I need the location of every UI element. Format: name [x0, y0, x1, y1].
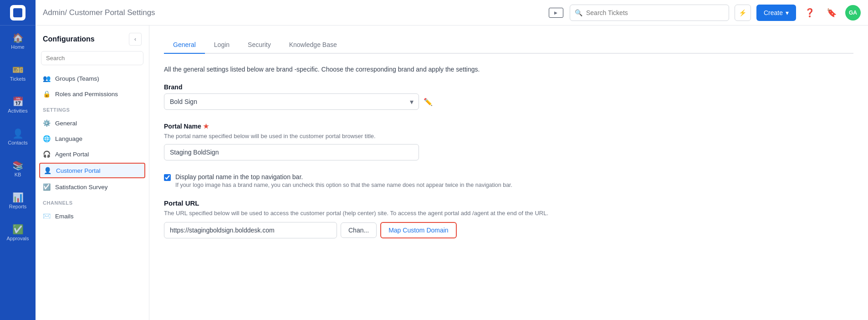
- config-sidebar: Configurations ‹ 👥 Groups (Teams) 🔒 Role…: [36, 26, 149, 320]
- display-portal-name-row: Display portal name in the top navigatio…: [164, 173, 853, 188]
- emails-icon: ✉️: [43, 212, 51, 220]
- sidebar-search-input[interactable]: [41, 51, 143, 65]
- search-input[interactable]: [586, 9, 724, 16]
- help-icon: ❓: [805, 8, 815, 18]
- collapse-sidebar-button[interactable]: ‹: [129, 33, 142, 46]
- portal-url-input[interactable]: [164, 222, 337, 238]
- nav-kb-label: KB: [15, 172, 21, 177]
- tickets-icon: 🎫: [12, 65, 24, 74]
- portal-url-section: Portal URL The URL specified below will …: [164, 199, 853, 238]
- nav-tickets[interactable]: 🎫 Tickets: [0, 57, 36, 89]
- portal-url-label: Portal URL: [164, 199, 853, 207]
- change-url-button[interactable]: Chan...: [341, 222, 377, 238]
- general-info-text: All the general settings listed below ar…: [164, 65, 853, 74]
- sidebar-item-general-label: General: [55, 120, 77, 127]
- agent-portal-icon: 🎧: [43, 150, 51, 158]
- video-icon: ▶: [549, 8, 563, 18]
- portal-name-section: Portal Name ★ The portal name specified …: [164, 123, 853, 160]
- breadcrumb-current: Customer Portal Settings: [67, 8, 155, 17]
- portal-name-desc: The portal name specified below will be …: [164, 133, 853, 139]
- sidebar-item-agent-portal-label: Agent Portal: [55, 151, 89, 158]
- brand-edit-button[interactable]: ✏️: [424, 98, 433, 106]
- breadcrumb-prefix: Admin/: [43, 8, 67, 17]
- nav-reports[interactable]: 📊 Reports: [0, 185, 36, 217]
- portal-name-input[interactable]: [164, 144, 419, 160]
- help-button[interactable]: ❓: [802, 5, 818, 21]
- nav-activities-label: Activities: [8, 108, 27, 114]
- general-icon: ⚙️: [43, 119, 51, 127]
- nav-contacts-label: Contacts: [8, 140, 27, 145]
- nav-kb[interactable]: 📚 KB: [0, 153, 36, 185]
- brand-select[interactable]: Bold Sign: [164, 93, 419, 110]
- settings-section-label: SETTINGS: [36, 102, 149, 115]
- url-row: Chan... Map Custom Domain: [164, 222, 853, 238]
- sidebar-item-general[interactable]: ⚙️ General: [36, 115, 149, 131]
- home-icon: 🏠: [12, 33, 24, 42]
- sidebar-item-groups-label: Groups (Teams): [55, 75, 99, 82]
- nav-activities[interactable]: 📅 Activities: [0, 89, 36, 121]
- reports-icon: 📊: [12, 193, 24, 202]
- topbar: Admin/ Customer Portal Settings ▶ 🔍 ⚡ Cr…: [36, 0, 868, 26]
- config-header: Configurations ‹: [36, 26, 149, 51]
- filter-icon: ⚡: [739, 9, 746, 16]
- checkbox-sublabel: If your logo image has a brand name, you…: [175, 182, 512, 188]
- roles-icon: 🔒: [43, 90, 51, 98]
- breadcrumb: Admin/ Customer Portal Settings: [43, 8, 155, 17]
- display-portal-name-checkbox[interactable]: [164, 174, 171, 181]
- tab-knowledge-base[interactable]: Knowledge Base: [280, 36, 346, 54]
- sidebar-item-roles[interactable]: 🔒 Roles and Permissions: [36, 86, 149, 102]
- portal-url-desc: The URL specified below will be used to …: [164, 210, 853, 217]
- portal-name-label: Portal Name ★: [164, 123, 853, 130]
- language-icon: 🌐: [43, 135, 51, 142]
- nav-approvals[interactable]: ✅ Approvals: [0, 217, 36, 249]
- satisfaction-icon: ☑️: [43, 183, 51, 191]
- channels-section-label: CHANNELS: [36, 195, 149, 208]
- sidebar-item-customer-portal[interactable]: 👤 Customer Portal: [39, 163, 145, 178]
- logo-area: [0, 0, 36, 26]
- sidebar-item-groups[interactable]: 👥 Groups (Teams): [36, 71, 149, 86]
- nav-approvals-label: Approvals: [7, 236, 29, 241]
- brand-row: Bold Sign ▾ ✏️: [164, 93, 853, 110]
- map-custom-domain-button[interactable]: Map Custom Domain: [380, 222, 457, 238]
- customer-portal-icon: 👤: [44, 167, 51, 174]
- sidebar-item-emails[interactable]: ✉️ Emails: [36, 208, 149, 224]
- nav-contacts[interactable]: 👤 Contacts: [0, 121, 36, 153]
- main-area: Admin/ Customer Portal Settings ▶ 🔍 ⚡ Cr…: [36, 0, 868, 320]
- tabs-bar: General Login Security Knowledge Base: [164, 36, 853, 54]
- content-area: Configurations ‹ 👥 Groups (Teams) 🔒 Role…: [36, 26, 868, 320]
- video-icon-btn[interactable]: ▶: [548, 5, 564, 21]
- activities-icon: 📅: [12, 97, 24, 106]
- sidebar-item-customer-portal-label: Customer Portal: [56, 167, 101, 174]
- logo-icon: [10, 5, 26, 21]
- nav-tickets-label: Tickets: [10, 76, 26, 82]
- main-content: General Login Security Knowledge Base Al…: [149, 26, 868, 320]
- create-label: Create: [764, 9, 783, 16]
- nav-home[interactable]: 🏠 Home: [0, 26, 36, 57]
- required-indicator: ★: [203, 123, 209, 130]
- create-button[interactable]: Create ▾: [756, 5, 796, 21]
- brand-section: Brand Bold Sign ▾ ✏️: [164, 83, 853, 110]
- bookmark-icon: 🔖: [827, 8, 837, 18]
- filter-button[interactable]: ⚡: [735, 5, 751, 21]
- sidebar-item-roles-label: Roles and Permissions: [55, 91, 118, 98]
- approvals-icon: ✅: [12, 225, 24, 234]
- brand-select-wrapper: Bold Sign ▾: [164, 93, 419, 110]
- tab-login[interactable]: Login: [205, 36, 239, 54]
- sidebar-item-agent-portal[interactable]: 🎧 Agent Portal: [36, 146, 149, 162]
- avatar[interactable]: GA: [845, 5, 861, 21]
- sidebar-item-emails-label: Emails: [55, 213, 74, 220]
- tab-security[interactable]: Security: [239, 36, 280, 54]
- sidebar-item-satisfaction-survey[interactable]: ☑️ Satisfaction Survey: [36, 179, 149, 195]
- tab-general[interactable]: General: [164, 36, 205, 54]
- sidebar-item-satisfaction-label: Satisfaction Survey: [55, 184, 108, 191]
- search-icon: 🔍: [575, 9, 582, 16]
- sidebar-item-language[interactable]: 🌐 Language: [36, 131, 149, 146]
- sidebar-item-language-label: Language: [55, 135, 82, 142]
- search-bar: 🔍: [570, 5, 729, 21]
- nav-reports-label: Reports: [9, 204, 27, 209]
- left-nav: 🏠 Home 🎫 Tickets 📅 Activities 👤 Contacts…: [0, 0, 36, 320]
- bookmark-button[interactable]: 🔖: [823, 5, 840, 21]
- nav-home-label: Home: [11, 44, 24, 50]
- groups-icon: 👥: [43, 75, 51, 82]
- checkbox-label: Display portal name in the top navigatio…: [175, 173, 512, 181]
